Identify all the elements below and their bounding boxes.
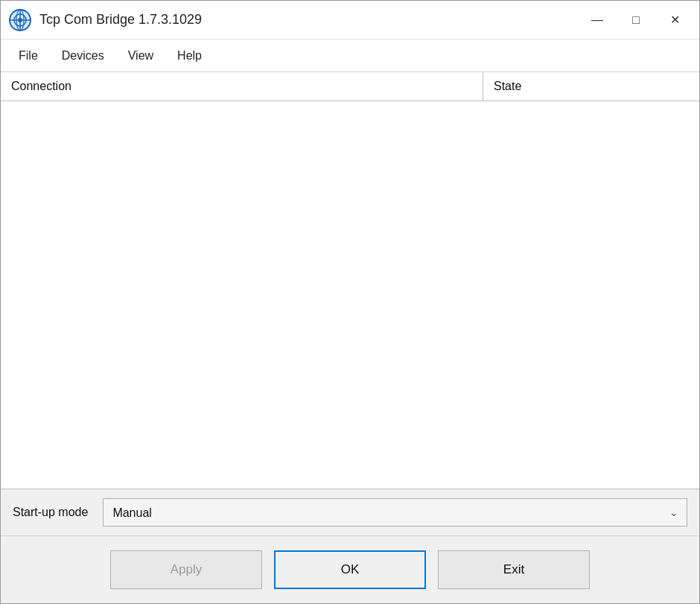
menu-help[interactable]: Help	[167, 45, 212, 67]
table-body	[1, 101, 699, 489]
minimize-button[interactable]: —	[580, 8, 614, 32]
maximize-button[interactable]: □	[619, 8, 653, 32]
startup-mode-label: Start-up mode	[13, 506, 88, 519]
menu-file[interactable]: File	[8, 45, 48, 67]
apply-button[interactable]: Apply	[110, 550, 262, 589]
ok-button[interactable]: OK	[274, 550, 426, 589]
svg-point-6	[18, 18, 22, 22]
column-header-state: State	[483, 72, 699, 101]
title-bar: Tcp Com Bridge 1.7.3.1029 — □ ✕	[1, 1, 699, 39]
app-title: Tcp Com Bridge 1.7.3.1029	[39, 12, 202, 28]
startup-mode-select[interactable]: Manual Automatic Disabled	[103, 498, 687, 527]
menu-view[interactable]: View	[118, 45, 164, 67]
menu-bar: File Devices View Help	[1, 39, 699, 72]
exit-button[interactable]: Exit	[438, 550, 590, 589]
window-controls: — □ ✕	[580, 8, 692, 32]
title-bar-left: Tcp Com Bridge 1.7.3.1029	[8, 8, 202, 32]
settings-area: Start-up mode Manual Automatic Disabled …	[1, 489, 699, 536]
button-area: Apply OK Exit	[1, 536, 699, 603]
startup-mode-select-wrapper: Manual Automatic Disabled ⌄	[103, 498, 687, 527]
table-header: Connection State	[1, 72, 699, 101]
column-header-connection: Connection	[1, 72, 483, 101]
menu-devices[interactable]: Devices	[51, 45, 115, 67]
app-icon	[8, 8, 32, 32]
close-button[interactable]: ✕	[658, 8, 692, 32]
